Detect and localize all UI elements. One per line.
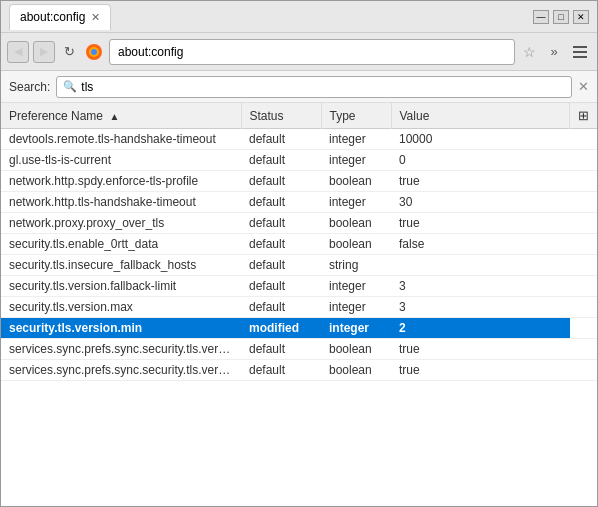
preferences-table-body: devtools.remote.tls-handshake-timeoutdef… [1,129,597,381]
firefox-logo [83,41,105,63]
search-label: Search: [9,80,50,94]
pref-name-cell: gl.use-tls-is-current [1,150,241,171]
pref-value-cell: true [391,339,570,360]
pref-value-cell: true [391,171,570,192]
maximize-button[interactable]: □ [553,10,569,24]
reload-button[interactable]: ↻ [59,42,79,62]
pref-type-cell: boolean [321,234,391,255]
pref-type-cell: integer [321,129,391,150]
pref-name-cell: devtools.remote.tls-handshake-timeout [1,129,241,150]
table-row[interactable]: network.http.tls-handshake-timeoutdefaul… [1,192,597,213]
pref-status-cell: default [241,234,321,255]
tab-label: about:config [20,10,85,24]
pref-value-cell: 0 [391,150,570,171]
pref-name-cell: network.http.spdy.enforce-tls-profile [1,171,241,192]
pref-name-cell: network.http.tls-handshake-timeout [1,192,241,213]
table-row[interactable]: network.http.spdy.enforce-tls-profiledef… [1,171,597,192]
column-options-button[interactable]: ⊞ [570,103,598,129]
bookmark-star-button[interactable]: ☆ [519,42,539,62]
menu-button[interactable] [569,41,591,63]
forward-button[interactable]: ▶ [33,41,55,63]
table-row[interactable]: devtools.remote.tls-handshake-timeoutdef… [1,129,597,150]
close-button[interactable]: ✕ [573,10,589,24]
pref-type-cell: integer [321,276,391,297]
table-row[interactable]: network.proxy.proxy_over_tlsdefaultboole… [1,213,597,234]
window-controls: — □ ✕ [533,10,589,24]
pref-type-cell: integer [321,150,391,171]
pref-value-cell: 10000 [391,129,570,150]
pref-type-cell: boolean [321,360,391,381]
column-header-value[interactable]: Value [391,103,570,129]
search-input-wrapper: 🔍 [56,76,572,98]
table-row[interactable]: security.tls.enable_0rtt_datadefaultbool… [1,234,597,255]
address-bar[interactable]: about:config [109,39,515,65]
menu-icon-line2 [573,51,587,53]
pref-name-cell: services.sync.prefs.sync.security.tls.ve… [1,339,241,360]
pref-status-cell: default [241,339,321,360]
pref-value-cell: 30 [391,192,570,213]
search-icon: 🔍 [63,80,77,93]
column-header-type[interactable]: Type [321,103,391,129]
back-button[interactable]: ◀ [7,41,29,63]
search-bar: Search: 🔍 ✕ [1,71,597,103]
pref-name-cell: security.tls.version.min [1,318,241,339]
pref-value-cell: false [391,234,570,255]
pref-value-cell: true [391,360,570,381]
pref-status-cell: default [241,192,321,213]
overflow-button[interactable]: » [543,41,565,63]
sort-arrow-icon: ▲ [109,111,119,122]
table-row[interactable]: services.sync.prefs.sync.security.tls.ve… [1,339,597,360]
browser-toolbar: ◀ ▶ ↻ about:config ☆ » [1,33,597,71]
table-row[interactable]: security.tls.version.minmodifiedinteger2 [1,318,597,339]
pref-status-cell: default [241,171,321,192]
browser-window: about:config ✕ — □ ✕ ◀ ▶ ↻ about:config … [0,0,598,507]
pref-type-cell: boolean [321,171,391,192]
table-row[interactable]: security.tls.version.maxdefaultinteger3 [1,297,597,318]
pref-value-cell: true [391,213,570,234]
pref-type-cell: integer [321,192,391,213]
pref-name-cell: security.tls.enable_0rtt_data [1,234,241,255]
column-header-status[interactable]: Status [241,103,321,129]
pref-name-cell: services.sync.prefs.sync.security.tls.ve… [1,360,241,381]
pref-type-cell: integer [321,297,391,318]
minimize-button[interactable]: — [533,10,549,24]
pref-value-cell [391,255,570,276]
pref-status-cell: default [241,150,321,171]
table-row[interactable]: security.tls.insecure_fallback_hostsdefa… [1,255,597,276]
pref-name-cell: security.tls.version.max [1,297,241,318]
menu-icon-line1 [573,46,587,48]
pref-name-cell: security.tls.insecure_fallback_hosts [1,255,241,276]
pref-status-cell: default [241,213,321,234]
pref-status-cell: default [241,297,321,318]
pref-value-cell: 2 [391,318,570,339]
preferences-table: Preference Name ▲ Status Type Value ⊞ de… [1,103,597,381]
table-row[interactable]: services.sync.prefs.sync.security.tls.ve… [1,360,597,381]
pref-type-cell: integer [321,318,391,339]
title-bar: about:config ✕ — □ ✕ [1,1,597,33]
table-header-row: Preference Name ▲ Status Type Value ⊞ [1,103,597,129]
pref-type-cell: string [321,255,391,276]
tab-close-button[interactable]: ✕ [91,11,100,24]
svg-point-2 [91,49,97,55]
pref-status-cell: default [241,129,321,150]
pref-status-cell: default [241,255,321,276]
pref-status-cell: default [241,276,321,297]
table-row[interactable]: gl.use-tls-is-currentdefaultinteger0 [1,150,597,171]
address-text: about:config [118,45,183,59]
search-clear-button[interactable]: ✕ [578,79,589,94]
browser-tab[interactable]: about:config ✕ [9,4,111,30]
pref-name-cell: network.proxy.proxy_over_tls [1,213,241,234]
pref-status-cell: default [241,360,321,381]
pref-name-cell: security.tls.version.fallback-limit [1,276,241,297]
column-header-preference-name[interactable]: Preference Name ▲ [1,103,241,129]
search-input[interactable] [81,80,565,94]
pref-value-cell: 3 [391,297,570,318]
pref-value-cell: 3 [391,276,570,297]
pref-type-cell: boolean [321,339,391,360]
pref-type-cell: boolean [321,213,391,234]
menu-icon-line3 [573,56,587,58]
table-row[interactable]: security.tls.version.fallback-limitdefau… [1,276,597,297]
preferences-table-area: Preference Name ▲ Status Type Value ⊞ de… [1,103,597,506]
pref-status-cell: modified [241,318,321,339]
